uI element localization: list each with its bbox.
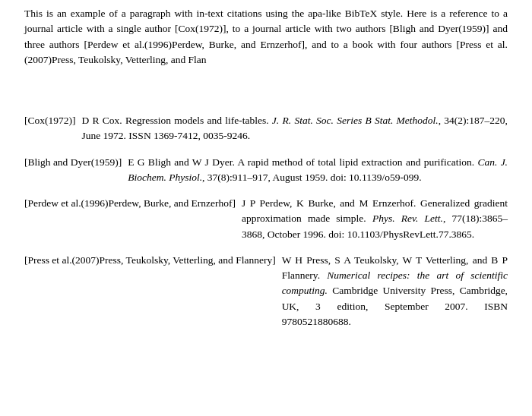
bib-content-bligh: E G Bligh and W J Dyer. A rapid method o… bbox=[128, 155, 508, 186]
bib-journal-bligh: Can. J. Biochem. Physiol. bbox=[128, 156, 508, 183]
bib-entry-press: [Press et al.(2007)Press, Teukolsky, Vet… bbox=[24, 253, 508, 329]
bib-content-cox: D R Cox. Regression models and life-tabl… bbox=[82, 113, 508, 144]
bib-content-press: W H Press, S A Teukolsky, W T Vetterling… bbox=[282, 253, 508, 329]
bib-journal-perdew: Phys. Rev. Lett. bbox=[372, 213, 443, 224]
bib-label-press: [Press et al.(2007)Press, Teukolsky, Vet… bbox=[24, 253, 276, 329]
bib-label-perdew: [Perdew et al.(1996)Perdew, Burke, and E… bbox=[24, 196, 236, 242]
bib-label-bligh: [Bligh and Dyer(1959)] bbox=[24, 155, 122, 186]
page: This is an example of a paragraph with i… bbox=[0, 0, 532, 416]
bib-label-cox: [Cox(1972)] bbox=[24, 113, 76, 144]
bibliography: [Cox(1972)] D R Cox. Regression models a… bbox=[24, 113, 508, 329]
bib-content-perdew: J P Perdew, K Burke, and M Ernzerhof. Ge… bbox=[242, 196, 508, 242]
bib-entry-cox: [Cox(1972)] D R Cox. Regression models a… bbox=[24, 113, 508, 144]
bib-entry-bligh: [Bligh and Dyer(1959)] E G Bligh and W J… bbox=[24, 155, 508, 186]
bib-entry-perdew: [Perdew et al.(1996)Perdew, Burke, and E… bbox=[24, 196, 508, 242]
bib-title-press: Numerical recipes: the art of scientific… bbox=[282, 269, 508, 296]
intro-paragraph: This is an example of a paragraph with i… bbox=[24, 6, 508, 68]
bib-journal-cox: J. R. Stat. Soc. Series B Stat. Methodol… bbox=[272, 115, 439, 126]
paragraph-text: This is an example of a paragraph with i… bbox=[24, 8, 508, 65]
